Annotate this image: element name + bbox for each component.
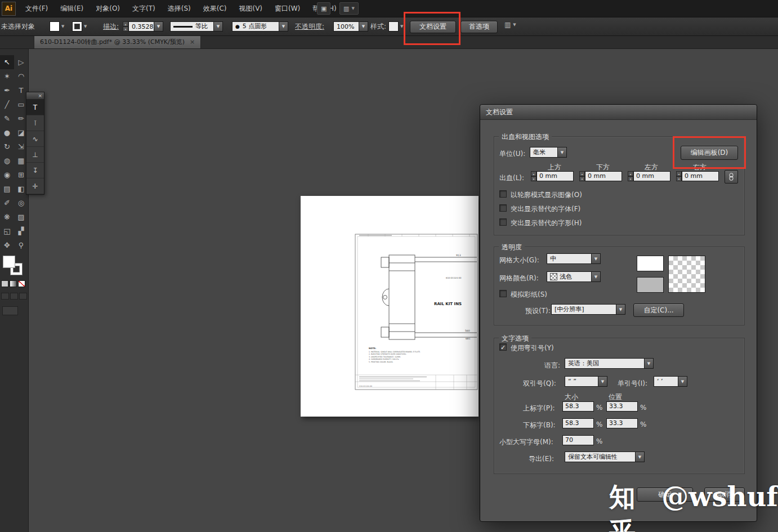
substituted-glyphs-checkbox[interactable] (499, 218, 507, 226)
brush-control[interactable]: ● 5 点圆形 ▼ (232, 21, 288, 32)
symbol-sprayer-tool[interactable]: ❋ (0, 210, 14, 224)
screen-mode-button[interactable] (2, 306, 18, 315)
draw-behind-icon[interactable] (10, 293, 18, 299)
eyedropper-tool[interactable]: ✐ (0, 196, 14, 210)
selection-tool[interactable]: ↖ (0, 55, 14, 69)
chevron-down-icon[interactable]: ▼ (635, 451, 645, 462)
brush-dropdown[interactable]: ▼ (279, 21, 288, 32)
hand-tool[interactable]: ✥ (0, 238, 14, 252)
blob-brush-tool[interactable]: ● (0, 126, 14, 140)
brush-field[interactable]: ● 5 点圆形 (232, 21, 279, 32)
chevron-down-icon[interactable]: ▼ (61, 24, 64, 29)
substituted-fonts-checkbox[interactable] (499, 204, 507, 212)
transparency-white-swatch[interactable] (637, 256, 664, 271)
menu-edit[interactable]: 编辑(E) (54, 0, 90, 17)
touch-type-tool[interactable]: ✛ (26, 178, 44, 194)
chevron-down-icon[interactable]: ▼ (513, 23, 516, 27)
export-select[interactable]: 保留文本可编辑性 ▼ (565, 451, 645, 462)
magic-wand-tool[interactable]: ✶ (0, 69, 14, 83)
bleed-left-field[interactable]: 0 mm (633, 171, 670, 181)
stroke-weight-field[interactable]: 0.3528 (128, 21, 154, 32)
opacity-field[interactable]: 100% (333, 21, 359, 32)
artboard-tool[interactable]: ◱ (0, 224, 14, 238)
bleed-right-stepper[interactable]: ▴▾ (676, 171, 682, 181)
document-tab[interactable]: 610-D1124-00转曲.pdf* @ 33.33% (CMYK/预览) × (34, 35, 201, 48)
double-quotes-select[interactable]: “ ” ▼ (565, 376, 607, 387)
stroke-weight-stepper[interactable]: ▴ ▾ (123, 21, 128, 32)
fill-color-swatch[interactable] (3, 256, 15, 268)
menu-window[interactable]: 窗口(W) (269, 0, 306, 17)
shape-builder-tool[interactable]: ◉ (0, 168, 14, 182)
curly-quotes-checkbox[interactable]: ✓ (499, 343, 507, 351)
preferences-button[interactable]: 首选项 (460, 21, 498, 33)
launch-bridge-icon[interactable]: ▣ (317, 2, 330, 15)
menu-select[interactable]: 选择(S) (162, 0, 197, 17)
chevron-down-icon[interactable]: ▼ (616, 304, 625, 315)
bleed-bottom-field[interactable]: 0 mm (585, 171, 622, 181)
unit-select[interactable]: 毫米 ▼ (530, 147, 567, 158)
stroke-color-control[interactable]: ▼ (72, 21, 87, 32)
stroke-panel-link[interactable]: 描边: (103, 22, 119, 32)
bleed-top-stepper[interactable]: ▴▾ (531, 171, 536, 181)
menu-object[interactable]: 对象(O) (90, 0, 126, 17)
bleed-top-field[interactable]: 0 mm (536, 171, 574, 181)
superscript-position-field[interactable]: 33.3 (606, 401, 638, 412)
opacity-panel-link[interactable]: 不透明度: (295, 22, 324, 32)
panel-options-control[interactable]: ▥ ▼ (504, 21, 516, 29)
fill-color-control[interactable]: ▼ (50, 21, 64, 32)
menu-type[interactable]: 文字(T) (126, 0, 162, 17)
menu-effect[interactable]: 效果(C) (197, 0, 233, 17)
fill-swatch[interactable] (50, 21, 60, 32)
vertical-area-type-tool[interactable]: ↧ (26, 163, 44, 178)
gradient-button[interactable] (10, 280, 17, 287)
width-profile-control[interactable]: 等比 ▼ (170, 21, 223, 32)
language-select[interactable]: 英语：美国 ▼ (565, 358, 654, 369)
draw-inside-icon[interactable] (19, 293, 27, 299)
mesh-tool[interactable]: ▤ (0, 182, 14, 196)
close-icon[interactable]: × (36, 93, 44, 99)
palette-title-bar[interactable]: × (26, 92, 44, 100)
chevron-down-icon[interactable]: ▼ (678, 376, 687, 387)
artboard[interactable]: 913 610-D1124-00 RAIL KIT INS 560 681 NO… (301, 196, 479, 417)
width-profile-dropdown[interactable]: ▼ (214, 21, 223, 32)
arrange-documents-icon[interactable]: ▥▼ (339, 2, 359, 15)
bleed-right-field[interactable]: 0 mm (682, 171, 719, 181)
link-bleed-values-button[interactable] (725, 170, 738, 184)
opacity-control[interactable]: 100% ▼ (333, 21, 368, 32)
bleed-left-stepper[interactable]: ▴▾ (628, 171, 633, 181)
rotate-tool[interactable]: ↻ (0, 140, 14, 154)
direct-selection-tool[interactable]: ▷ (14, 55, 28, 69)
style-control[interactable]: ▼ (388, 21, 403, 32)
chevron-down-icon[interactable]: ▼ (591, 271, 601, 282)
type-tool[interactable]: T (26, 100, 44, 115)
chevron-down-icon[interactable]: ▼ (591, 253, 601, 264)
close-icon[interactable]: × (190, 38, 195, 46)
color-button[interactable] (1, 280, 8, 287)
line-segment-tool[interactable]: ╱ (0, 97, 14, 111)
column-graph-tool[interactable]: ▨ (14, 210, 28, 224)
small-caps-field[interactable]: 70 (562, 435, 594, 445)
paintbrush-tool[interactable]: ✎ (0, 111, 14, 126)
slice-tool[interactable]: ▞ (14, 224, 28, 238)
vertical-type-tool[interactable]: ⊥ (26, 147, 44, 163)
stroke-swatch[interactable] (72, 21, 82, 32)
spin-down-icon[interactable]: ▾ (123, 26, 128, 32)
app-logo[interactable]: Ai (2, 2, 16, 16)
subscript-size-field[interactable]: 58.3 (562, 418, 594, 428)
outline-mode-checkbox[interactable] (499, 190, 507, 198)
width-profile-field[interactable]: 等比 (170, 21, 214, 32)
blend-tool[interactable]: ◎ (14, 196, 28, 210)
single-quotes-select[interactable]: ‘ ’ ▼ (654, 376, 687, 387)
chevron-down-icon[interactable]: ▼ (84, 24, 87, 29)
transparency-gray-swatch[interactable] (637, 277, 664, 293)
area-type-tool[interactable]: ⊺ (26, 115, 44, 131)
style-swatch[interactable] (388, 21, 399, 32)
opacity-dropdown[interactable]: ▼ (359, 21, 368, 32)
menu-file[interactable]: 文件(F) (19, 0, 54, 17)
spin-up-icon[interactable]: ▴ (123, 21, 128, 26)
stroke-weight-control[interactable]: ▴ ▾ 0.3528 ▼ (123, 21, 163, 32)
custom-button[interactable]: 自定(C)... (633, 303, 684, 317)
grid-size-select[interactable]: 中 ▼ (547, 253, 601, 264)
chevron-down-icon[interactable]: ▼ (644, 358, 654, 369)
chevron-down-icon[interactable]: ▼ (400, 24, 403, 29)
